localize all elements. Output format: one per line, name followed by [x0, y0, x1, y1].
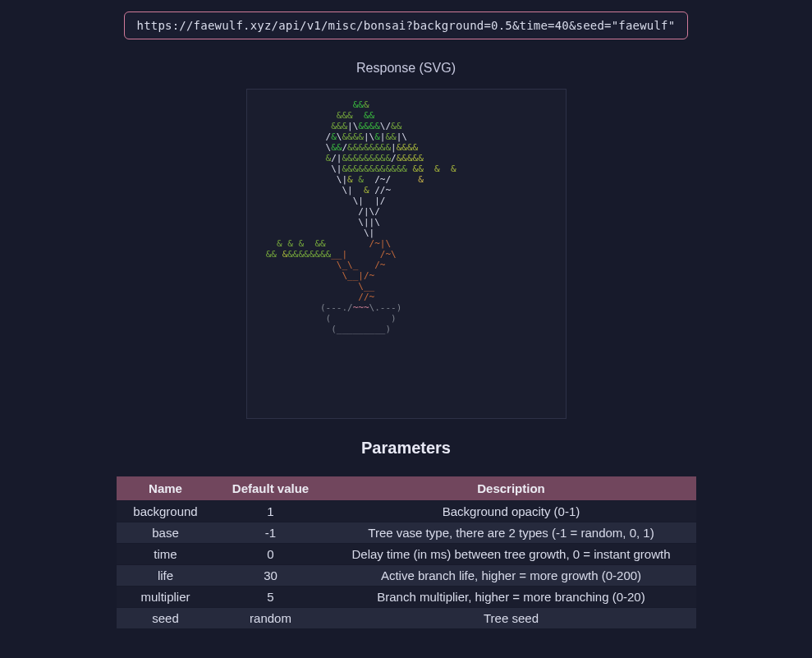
table-row: seedrandomTree seed — [117, 608, 696, 628]
parameters-table: Name Default value Description backgroun… — [117, 476, 696, 629]
param-default: -1 — [215, 522, 327, 543]
response-svg-preview: &&& &&& && &&&|\&&&&\/&& /&\&&&&|\&|&&|\… — [246, 89, 567, 419]
param-desc: Background opacity (0-1) — [327, 501, 696, 522]
param-default: 0 — [215, 544, 327, 564]
param-default: 30 — [215, 565, 327, 586]
response-label: Response (SVG) — [356, 61, 456, 76]
col-description: Description — [327, 476, 696, 500]
param-default: 5 — [215, 587, 327, 607]
param-name: time — [117, 544, 215, 564]
parameters-heading: Parameters — [361, 439, 451, 458]
api-url[interactable]: https://faewulf.xyz/api/v1/misc/bonsai?b… — [124, 12, 688, 39]
param-desc: Active branch life, higher = more growth… — [327, 565, 696, 586]
param-desc: Delay time (in ms) between tree growth, … — [327, 544, 696, 564]
col-name: Name — [117, 476, 215, 500]
param-name: multiplier — [117, 587, 215, 607]
table-row: background1Background opacity (0-1) — [117, 501, 696, 522]
param-name: base — [117, 522, 215, 543]
param-desc: Branch multiplier, higher = more branchi… — [327, 587, 696, 607]
param-name: seed — [117, 608, 215, 628]
param-name: life — [117, 565, 215, 586]
table-row: multiplier5Branch multiplier, higher = m… — [117, 587, 696, 607]
param-default: 1 — [215, 501, 327, 522]
param-name: background — [117, 501, 215, 522]
param-desc: Tree seed — [327, 608, 696, 628]
param-desc: Tree vase type, there are 2 types (-1 = … — [327, 522, 696, 543]
param-default: random — [215, 608, 327, 628]
table-row: time0Delay time (in ms) between tree gro… — [117, 544, 696, 564]
table-row: base-1Tree vase type, there are 2 types … — [117, 522, 696, 543]
col-default: Default value — [215, 476, 327, 500]
table-row: life30Active branch life, higher = more … — [117, 565, 696, 586]
